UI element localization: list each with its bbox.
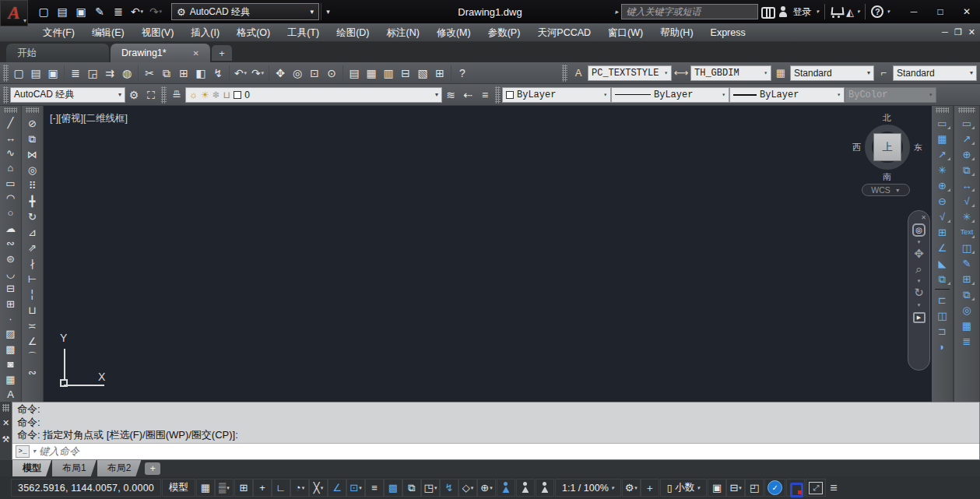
tab-model[interactable]: 模型 — [12, 460, 51, 476]
match-properties-button[interactable]: ↯ — [209, 65, 227, 82]
polygon-tool[interactable]: ⌂ — [2, 160, 20, 175]
menu-dimension[interactable]: 标注(N) — [378, 23, 428, 42]
menu-view[interactable]: 视图(V) — [133, 23, 183, 42]
erase-tool[interactable]: ⊘ — [23, 115, 42, 131]
dynamic-input-toggle[interactable]: ⊞ — [234, 479, 253, 497]
diameter-dim-tool[interactable]: ⊖ — [933, 193, 952, 209]
copy-button[interactable]: ⧉ — [158, 65, 175, 82]
multileader-style-select[interactable]: Standard▾ — [893, 65, 977, 81]
rectangle-tool[interactable]: ▭ — [2, 176, 20, 191]
weld-mark-tool[interactable]: ✳ — [957, 209, 976, 224]
new-tab-button[interactable]: + — [212, 45, 232, 61]
table-tool[interactable]: ▦ — [2, 371, 20, 386]
leader-annotation-tool[interactable]: ↗ — [933, 146, 952, 162]
steering-wheel-icon[interactable]: ◎ — [912, 223, 926, 237]
status-menu-icon[interactable]: ≡ — [830, 481, 837, 495]
title-block-tool[interactable]: ▭ — [933, 115, 952, 131]
trim-tool[interactable]: ∤ — [23, 255, 42, 271]
break-at-point-tool[interactable]: ╎ — [23, 286, 42, 302]
help-icon[interactable]: ? — [871, 5, 883, 18]
new-file-button[interactable]: ▢ — [34, 3, 53, 20]
zoom-previous-button[interactable]: ⊙ — [323, 65, 340, 82]
color-select[interactable]: ByLayer▾ — [502, 87, 611, 103]
viewcube-north[interactable]: 北 — [883, 112, 891, 124]
model-space-button[interactable]: 模型 — [162, 479, 195, 497]
plot-button[interactable]: ≣ — [67, 65, 84, 82]
dynamic-ucs-toggle[interactable]: ↯ — [440, 479, 458, 497]
tolerance-frame-tool[interactable]: ⊞ — [933, 224, 952, 240]
chevron-down-icon[interactable]: ▾ — [918, 239, 921, 245]
minimize-button[interactable]: ─ — [901, 2, 927, 22]
toolbar-grip[interactable] — [3, 65, 9, 82]
roughness-symbol-tool[interactable]: √ — [933, 209, 952, 224]
linear-dim-tool[interactable]: ↔ — [957, 177, 976, 193]
table-style-select[interactable]: Standard▾ — [790, 65, 874, 81]
viewport-controls[interactable]: [-][俯视][二维线框] — [50, 112, 128, 125]
break-tool[interactable]: ⊔ — [23, 302, 42, 318]
tab-start[interactable]: 开始 — [6, 44, 109, 62]
ortho-toggle[interactable]: ∟ — [272, 479, 290, 497]
multiline-text-tool[interactable]: A — [2, 387, 20, 402]
zoom-icon[interactable]: ⌕ — [915, 263, 922, 276]
search-expand-icon[interactable]: ▸ — [615, 8, 619, 16]
view-copy-tool[interactable]: ⧉ — [957, 162, 976, 177]
redo-button[interactable]: ↷▾ — [146, 3, 165, 20]
pin-tool[interactable]: ⊐ — [933, 323, 952, 339]
showmotion-icon[interactable]: ▶ — [913, 312, 926, 323]
pccad-status-button[interactable] — [786, 479, 805, 497]
navbar-close-icon[interactable]: ✕ — [921, 214, 926, 221]
annotation-autoscale-toggle[interactable] — [516, 479, 535, 497]
workspace-gear-button[interactable]: ⚙▾ — [622, 479, 641, 497]
mirror-tool[interactable]: ⋈ — [23, 146, 42, 162]
corner-relief-tool[interactable]: ∠ — [933, 240, 952, 255]
command-window-titlebar[interactable]: ✕ ⚒ — [0, 402, 12, 460]
command-input[interactable] — [39, 445, 976, 457]
chamfer-tool[interactable]: ∠ — [23, 333, 42, 349]
plot-preview-button[interactable]: ◲ — [84, 65, 101, 82]
clean-screen-button[interactable]: ✓ — [764, 479, 785, 497]
viewcube-east[interactable]: 东 — [914, 142, 922, 153]
pan-button[interactable]: ✥ — [272, 65, 289, 82]
construction-line-tool[interactable]: ↔ — [2, 130, 20, 145]
leader-3-tool[interactable]: ↗ — [957, 131, 976, 146]
redo-button[interactable]: ↷▾ — [249, 65, 266, 82]
ui-lock-toggle[interactable]: ⊟▾ — [726, 479, 745, 497]
region-tool[interactable]: ◙ — [2, 357, 20, 371]
insert-block-tool[interactable]: ⊟ — [2, 281, 20, 296]
customization-button[interactable]: ＋ — [641, 479, 659, 497]
markup-set-manager-button[interactable]: ▧ — [414, 65, 431, 82]
layer-filters-button[interactable]: ≡ — [476, 86, 494, 104]
user-icon[interactable] — [778, 6, 788, 18]
revision-cloud-tool[interactable]: ☁ — [2, 221, 20, 236]
circle-tool[interactable]: ○ — [2, 206, 20, 220]
open-file-button[interactable]: ▤ — [53, 3, 72, 20]
menu-file[interactable]: 文件(F) — [34, 23, 83, 42]
help-button[interactable]: ? — [454, 65, 471, 82]
save-as-button[interactable]: ✎ — [90, 3, 109, 20]
visual-style-toggle[interactable]: ◇▾ — [458, 479, 477, 497]
my-workspace-button[interactable]: ⛶ — [142, 86, 160, 104]
3d-dwf-button[interactable]: ◍ — [118, 65, 135, 82]
fillet-tool[interactable]: ⌒ — [23, 349, 42, 364]
stretch-tool[interactable]: ⇗ — [23, 240, 42, 255]
toolbar-grip[interactable] — [3, 86, 9, 104]
open-file-button[interactable]: ▤ — [27, 65, 44, 82]
gear-part-tool[interactable]: ◗ — [933, 339, 952, 354]
menu-insert[interactable]: 插入(I) — [182, 23, 228, 42]
chevron-down-icon[interactable]: ▾ — [887, 9, 890, 15]
3d-object-snap-toggle[interactable]: ◳▾ — [421, 479, 440, 497]
toolbar-grip[interactable] — [495, 86, 501, 104]
object-snap-tracking-toggle[interactable]: ∠ — [328, 479, 346, 497]
text-style-select[interactable]: PC_TEXTSTYLE▾ — [588, 65, 672, 81]
quick-properties-toggle[interactable]: ▣ — [708, 479, 726, 497]
isolate-objects-toggle[interactable]: ◰ — [745, 479, 764, 497]
fullscreen-button[interactable]: ⤢ — [806, 479, 826, 497]
menu-express[interactable]: Express — [702, 23, 754, 42]
transparency-toggle[interactable]: ▩ — [384, 479, 402, 497]
coordinates-display[interactable]: 3562.5916, 1144.0057, 0.0000 — [11, 479, 161, 497]
section-view-tool[interactable]: ◫ — [957, 240, 976, 255]
menu-edit[interactable]: 编辑(E) — [83, 23, 133, 42]
zoom-window-button[interactable]: ⊡ — [306, 65, 323, 82]
snap-toggle[interactable]: + — [253, 479, 272, 497]
menu-format[interactable]: 格式(O) — [228, 23, 279, 42]
